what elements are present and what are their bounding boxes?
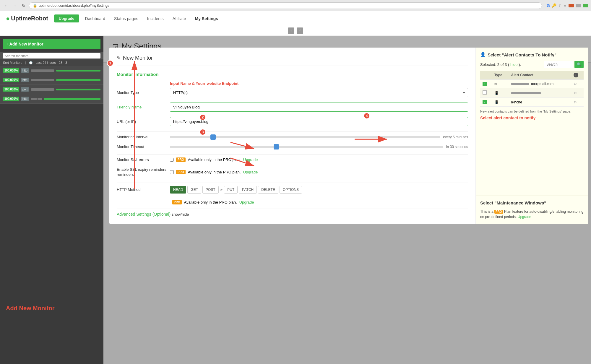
input-hint-annotation: Input Name & Yourr website Endpoint [170,81,468,86]
ext3 [583,4,588,7]
nav-status-pages[interactable]: Status pages [114,16,138,21]
ssl-errors-checkbox[interactable] [170,158,174,162]
google-icon: G [547,3,550,8]
contact-row-1: ✓ ✉ ■■■gmail.com ⚙ [480,79,584,88]
refresh-button[interactable]: ↻ [21,3,27,9]
maintenance-body: This is a PRO Plan feature for auto-disa… [480,209,584,220]
show-hide-label: show/hide [172,212,189,217]
monitor-item[interactable]: 100.000% http [0,75,103,85]
method-put[interactable]: PUT [224,186,238,194]
top-nav: ● UptimeRobot Upgrade Dashboard Status p… [0,11,591,26]
monitor-uptime-bar [44,98,100,100]
annotation-circle-3: 3 [199,129,206,135]
contact-2-gear-icon[interactable]: ⚙ [574,91,577,95]
friendly-name-label: Friendly Name [117,105,170,109]
logo: ● UptimeRobot [6,15,48,22]
maintenance-title-text: Select "Maintenance Windows" [480,200,546,205]
nav-affiliate[interactable]: Affiliate [173,16,186,21]
back-button[interactable]: ← [3,3,9,9]
monitor-item[interactable]: 100.000% port [0,85,103,94]
col-action: i [571,71,584,79]
friendly-name-input[interactable] [170,103,468,112]
sidebar-toolbar: Sort Monitors | 🕐 Last 24 Hours 23 3 [0,59,103,66]
method-options[interactable]: OPTIONS [280,186,302,194]
ssl-expiry-checkbox[interactable] [170,170,174,174]
contacts-toolbar: Selected: 2 of 3 ( hide ). 🔍 [480,61,584,68]
content-area: ◲ My Settings A place to find all the de… [103,36,591,364]
ssl-expiry-label2: reminders [117,172,134,177]
contact-2-checkbox[interactable] [483,90,487,95]
contact-search-button[interactable]: 🔍 [574,61,584,68]
nav-incidents[interactable]: Incidents [147,16,164,21]
url-row: URL (or IP) [117,117,468,126]
method-head[interactable]: HEAD [170,186,186,194]
monitor-type-badge: port [21,87,29,92]
annotation-circle-2: 2 [199,114,206,121]
contact-row-2: 📱 ⚙ [480,88,584,98]
monitor-name [31,88,54,91]
new-monitor-modal: ✎ New Monitor Monitor Information Input … [109,48,588,224]
monitor-type-badge: http [21,68,29,73]
method-get[interactable]: GET [187,186,201,194]
selected-count: Selected: 2 of 3 ( hide ). [480,62,521,67]
ssl-expiry-upgrade-link[interactable]: Upgrade [243,170,258,174]
nav-dashboard[interactable]: Dashboard [85,16,105,21]
method-delete[interactable]: DELETE [258,186,278,194]
monitor-item[interactable]: 100.000% http [0,66,103,75]
address-bar[interactable]: 🔒 uptimerobot.com/dashboard.php#mySettin… [29,2,542,9]
info-icon[interactable]: i [574,73,578,77]
maintenance-upgrade-link[interactable]: Upgrade [518,215,531,219]
paren-open: ( [508,62,509,67]
hide-link[interactable]: hide [510,62,518,67]
sort-monitors-label: Sort Monitors [3,61,22,64]
monitoring-interval-track[interactable] [170,136,440,138]
facebook-icon: f [297,27,303,34]
url-input[interactable] [170,117,468,126]
sidebar: + Add New Monitor Sort Monitors | 🕐 Last… [0,36,103,364]
divider4 [117,209,468,209]
social-bar: t f [0,26,591,36]
col-contact: Alert Contact [509,71,571,79]
ssl-errors-label: Monitor SSL errors [117,157,170,162]
modal-title: ✎ New Monitor [117,55,468,66]
method-patch[interactable]: PATCH [239,186,257,194]
last-24-label: Last 24 Hours [35,61,56,64]
contact-3-gear-icon[interactable]: ⚙ [574,100,577,104]
advanced-settings[interactable]: Advanced Settings (Optional) show/hide [117,212,468,217]
http-method-label: HTTP Method [117,187,170,192]
ssl-errors-upgrade-link[interactable]: Upgrade [243,157,258,162]
monitor-type-row: Monitor Type HTTP(s) [117,88,468,97]
nav-links: Dashboard Status pages Incidents Affilia… [85,16,218,21]
contact-search-input[interactable] [544,61,573,68]
forward-button[interactable]: → [12,3,18,9]
monitor-timeout-track[interactable] [170,146,443,148]
select-alert-contact-label: Select alert contact to notify [480,116,584,120]
paren-close: ). [519,62,521,67]
add-monitor-label: + Add New Monitor [6,42,43,46]
alert-contacts-title-text: Select "Alert Contacts To Notify" [488,52,556,57]
contact-1-gear-icon[interactable]: ⚙ [574,82,577,86]
browser-chrome: ← → ↻ 🔒 uptimerobot.com/dashboard.php#my… [0,0,591,11]
monitor-timeout-slider-container: in 30 seconds [170,145,468,149]
ssl-errors-pro-badge: PRO [176,157,186,162]
http-method-row: HTTP Method HEAD GET POST or PUT PATCH D… [117,186,468,194]
contact-1-email: ■■■gmail.com [531,82,553,86]
count1: 23 [59,61,62,64]
method-post[interactable]: POST [202,186,219,194]
new-contacts-note: New alert contacts can be defined from t… [480,110,584,113]
pro-note-upgrade-link[interactable]: Upgrade [239,200,254,204]
nav-my-settings[interactable]: My Settings [195,16,218,21]
http-methods-container: HEAD GET POST or PUT PATCH DELETE OPTION… [170,186,302,194]
ssl-expiry-pro-text: Available only in the PRO plan. [188,170,241,174]
monitor-type-label: Monitor Type [117,90,170,95]
divider2 [117,154,468,155]
monitor-search-input[interactable] [3,53,100,58]
monitor-type-select[interactable]: HTTP(s) [170,88,468,97]
contact-3-checkbox[interactable]: ✓ [483,100,487,104]
monitor-item[interactable]: 100.000% http [0,94,103,104]
ssl-expiry-pro-badge: PRO [176,170,186,174]
upgrade-button[interactable]: Upgrade [54,14,79,22]
alert-contacts-panel: 👤 Select "Alert Contacts To Notify" Sele… [476,48,588,196]
contact-1-checkbox[interactable]: ✓ [483,82,487,86]
add-monitor-button[interactable]: + Add New Monitor [3,39,100,49]
